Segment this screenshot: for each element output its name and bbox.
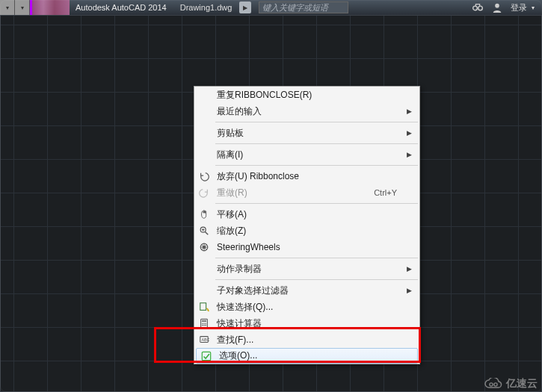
svg-text:ABC: ABC	[202, 337, 210, 342]
menu-item-label: 快速选择(Q)...	[214, 301, 419, 314]
menu-item-label: 平移(A)	[214, 208, 419, 221]
submenu-arrow-icon: ▶	[407, 108, 412, 115]
user-icon[interactable]	[491, 1, 503, 13]
blank-icon	[194, 125, 214, 141]
menu-item[interactable]: 放弃(U) Ribbonclose	[194, 168, 419, 184]
mini-tab-dropdown-2[interactable]: ▾	[15, 0, 30, 15]
menu-separator	[215, 203, 418, 204]
context-menu: 重复RIBBONCLOSE(R)最近的输入▶剪贴板▶隔离(I)▶放弃(U) Ri…	[194, 86, 420, 364]
menu-item-label: 重复RIBBONCLOSE(R)	[214, 89, 419, 102]
menu-separator	[215, 279, 418, 280]
svg-rect-25	[202, 352, 210, 360]
menu-separator	[215, 143, 418, 144]
svg-point-1	[478, 6, 483, 10]
menu-item-label: 缩放(Z)	[214, 225, 419, 237]
menu-item-label: 选项(O)...	[216, 349, 417, 362]
blank-icon	[194, 146, 214, 163]
menu-item-label: 隔离(I)	[214, 149, 419, 161]
search-input[interactable]: 键入关键字或短语	[259, 1, 348, 13]
menu-item[interactable]: 快速计算器	[194, 315, 419, 332]
menu-item[interactable]: 最近的输入▶	[194, 103, 419, 119]
blank-icon	[194, 282, 214, 299]
svg-point-27	[494, 383, 497, 386]
undo-icon	[194, 168, 214, 184]
watermark: 亿速云	[484, 377, 538, 391]
menu-item-label: 重做(R)	[214, 187, 374, 199]
menu-item-shortcut: Ctrl+Y	[374, 188, 419, 197]
menu-item[interactable]: 缩放(Z)	[194, 223, 419, 239]
svg-point-0	[473, 6, 478, 10]
blank-icon	[194, 87, 214, 103]
menu-separator	[215, 258, 418, 258]
title-bar: ▾ ▾ Autodesk AutoCAD 2014 Drawing1.dwg ▶…	[0, 0, 542, 15]
menu-item[interactable]: ABC查找(F)...	[194, 332, 419, 348]
watermark-text: 亿速云	[506, 377, 538, 391]
mini-tab-dropdown-1[interactable]: ▾	[0, 0, 15, 15]
svg-point-2	[495, 4, 499, 8]
menu-item[interactable]: 选项(O)...	[196, 348, 418, 364]
qselect-icon	[194, 299, 214, 315]
menu-separator	[215, 165, 418, 166]
menu-item[interactable]: 快速选择(Q)...	[194, 299, 419, 315]
calc-icon	[194, 315, 214, 332]
menu-item-label: 放弃(U) Ribbonclose	[214, 170, 419, 183]
redo-icon	[194, 184, 214, 201]
svg-rect-16	[202, 320, 206, 323]
menu-item-label: 快速计算器	[214, 317, 419, 330]
menu-item[interactable]: SteeringWheels	[194, 239, 419, 255]
submenu-arrow-icon: ▶	[407, 287, 412, 294]
menu-item: 重做(R)Ctrl+Y	[194, 184, 419, 201]
svg-point-26	[490, 383, 493, 386]
title-right-cluster: 登录 ▾	[472, 1, 542, 13]
search-placeholder: 键入关键字或短语	[262, 2, 328, 13]
svg-line-4	[205, 231, 208, 234]
login-caret-icon[interactable]: ▾	[532, 4, 535, 11]
menu-item-label: 查找(F)...	[214, 334, 419, 346]
file-title: Drawing1.dwg	[180, 3, 232, 12]
check-icon	[197, 349, 216, 363]
blank-icon	[194, 103, 214, 119]
title-arrow-button[interactable]: ▶	[239, 1, 251, 13]
app-title: Autodesk AutoCAD 2014	[76, 3, 167, 12]
title-mini-tabs: ▾ ▾	[0, 0, 70, 15]
menu-item-label: 动作录制器	[214, 263, 419, 276]
menu-item[interactable]: 动作录制器▶	[194, 261, 419, 277]
submenu-arrow-icon: ▶	[407, 129, 412, 137]
menu-item-label: 最近的输入	[214, 105, 419, 118]
menu-separator	[215, 122, 418, 122]
find-icon: ABC	[194, 332, 214, 348]
blank-icon	[194, 261, 214, 277]
submenu-arrow-icon: ▶	[407, 265, 412, 273]
svg-marker-14	[207, 310, 209, 312]
svg-rect-13	[200, 303, 206, 311]
menu-item-label: SteeringWheels	[214, 242, 419, 252]
menu-item[interactable]: 重复RIBBONCLOSE(R)	[194, 87, 419, 103]
login-label[interactable]: 登录	[511, 2, 527, 13]
svg-point-19	[205, 323, 206, 325]
menu-item-label: 子对象选择过滤器	[214, 284, 419, 297]
watermark-logo-icon	[484, 377, 503, 391]
menu-item[interactable]: 剪贴板▶	[194, 125, 419, 141]
svg-point-18	[203, 323, 205, 325]
binoculars-icon[interactable]	[472, 1, 484, 13]
svg-point-20	[202, 325, 203, 326]
svg-point-22	[205, 325, 206, 326]
svg-point-17	[202, 323, 203, 325]
menu-item[interactable]: 隔离(I)▶	[194, 146, 419, 163]
submenu-arrow-icon: ▶	[407, 151, 412, 158]
menu-item[interactable]: 平移(A)	[194, 206, 419, 223]
pan-icon	[194, 206, 214, 223]
menu-item[interactable]: 子对象选择过滤器▶	[194, 282, 419, 299]
title-swatch	[32, 0, 70, 15]
wheel-icon	[194, 239, 214, 255]
zoom-icon	[194, 223, 214, 239]
menu-item-label: 剪贴板	[214, 127, 419, 140]
svg-point-21	[203, 325, 205, 326]
